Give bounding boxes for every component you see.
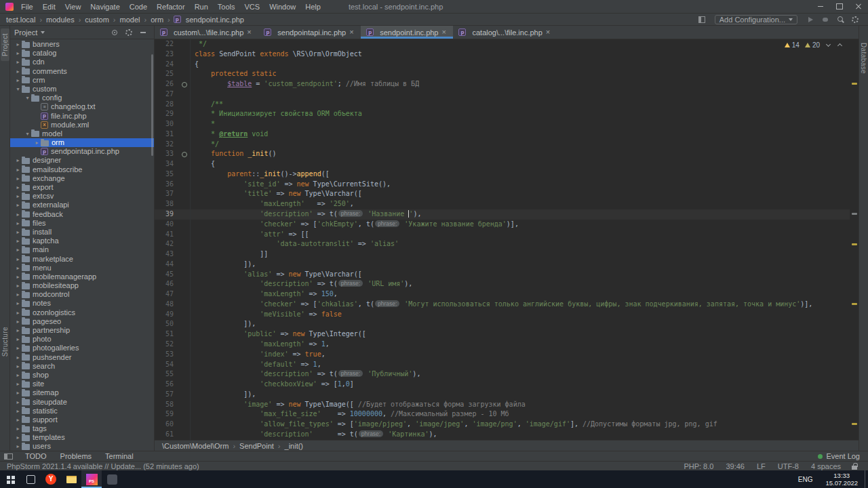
tree-item-emailsubscribe[interactable]: emailsubscribe	[10, 165, 154, 174]
tree-expand-icon[interactable]	[14, 380, 22, 388]
code-line[interactable]: 50 ]),	[155, 319, 850, 329]
code-line[interactable]: 58 'image' => new Type\Image([ //Будет о…	[155, 400, 850, 410]
tree-item-comments[interactable]: comments	[10, 67, 154, 76]
override-marker-icon[interactable]	[179, 79, 190, 89]
tree-expand-icon[interactable]	[14, 281, 22, 290]
hide-panel-icon[interactable]	[139, 28, 147, 37]
tree-item-custom[interactable]: custom	[10, 85, 154, 94]
close-button[interactable]	[849, 0, 868, 13]
status-widget[interactable]: LF	[757, 462, 766, 470]
menu-view[interactable]: View	[60, 0, 86, 14]
warning-stripe-mark[interactable]	[852, 243, 857, 245]
menu-edit[interactable]: Edit	[38, 0, 60, 14]
yandex-browser-icon[interactable]	[41, 470, 61, 488]
breadcrumb-item[interactable]: test.local	[5, 16, 36, 24]
phpstorm-icon[interactable]	[81, 470, 102, 488]
code-line[interactable]: 59 'max_file_size' => 10000000, //Максим…	[155, 409, 850, 420]
project-panel-title[interactable]: Project	[14, 28, 37, 37]
gear-icon[interactable]	[125, 28, 133, 37]
status-widget[interactable]: PHP: 8.0	[684, 462, 713, 470]
tree-collapse-icon[interactable]	[24, 94, 31, 102]
code-line[interactable]: 30 *	[155, 119, 850, 129]
toolwindow-button-todo[interactable]: TODO	[18, 452, 54, 460]
tree-item-feedback[interactable]: feedback	[10, 210, 154, 219]
toolwindow-switcher-icon[interactable]	[4, 453, 13, 460]
tree-item-shop[interactable]: shop	[10, 371, 154, 380]
tree-expand-icon[interactable]	[14, 388, 22, 397]
toolwindow-button-terminal[interactable]: Terminal	[98, 452, 140, 460]
code-line[interactable]: 33 function _init()	[155, 149, 850, 159]
toolwindow-stripe-database[interactable]: Database	[859, 38, 868, 79]
editor-breadcrumb-item[interactable]: SendPoint	[239, 442, 275, 450]
tree-item-module-xml[interactable]: module.xml	[10, 121, 154, 129]
tree-item-main[interactable]: main	[10, 245, 154, 254]
breadcrumb-item[interactable]: model	[119, 16, 140, 24]
tree-item-siteupdate[interactable]: siteupdate	[10, 398, 154, 407]
tree-expand-icon[interactable]	[14, 40, 22, 49]
tree-expand-icon[interactable]	[14, 344, 22, 352]
tree-item-support[interactable]: support	[10, 415, 154, 424]
tree-item-designer[interactable]: designer	[10, 156, 154, 165]
code-line[interactable]: 47 'maxLength' => 150,	[155, 289, 850, 300]
tree-item-cdn[interactable]: cdn	[10, 58, 154, 66]
tree-expand-icon[interactable]	[14, 299, 22, 308]
warning-stripe-mark[interactable]	[852, 423, 857, 425]
tree-item-pageseo[interactable]: pageseo	[10, 317, 154, 326]
code-line[interactable]: 25 protected static	[155, 69, 850, 79]
menu-help[interactable]: Help	[300, 0, 326, 14]
tree-expand-icon[interactable]	[14, 353, 22, 362]
close-icon[interactable]	[247, 29, 253, 35]
code-line[interactable]: 51 'public' => new Type\Integer([	[155, 329, 850, 340]
tree-item-site[interactable]: site	[10, 380, 154, 388]
tree-expand-icon[interactable]	[14, 183, 22, 192]
tree-expand-icon[interactable]	[14, 424, 22, 433]
menu-navigate[interactable]: Navigate	[85, 0, 124, 14]
menu-file[interactable]: File	[16, 0, 38, 14]
tree-item-install[interactable]: install	[10, 228, 154, 237]
inspections-widget[interactable]: 1420	[781, 41, 846, 49]
code-line[interactable]: 46 'description' => t(phrase: 'URL имя')…	[155, 279, 850, 289]
add-configuration-dropdown[interactable]: Add Configuration...	[715, 15, 797, 24]
tree-expand-icon[interactable]	[14, 264, 22, 272]
editor-tab[interactable]: catalog\...\file.inc.php	[453, 26, 557, 39]
tree-item-file-inc-php[interactable]: file.inc.php	[10, 112, 154, 121]
tree-item-catalog[interactable]: catalog	[10, 49, 154, 58]
code-line[interactable]: 55 'description' => t(phrase: 'Публичный…	[155, 369, 850, 380]
tree-expand-icon[interactable]	[14, 433, 22, 442]
code-line[interactable]: 60 'allow_file_types' => ['image/pjpeg',…	[155, 420, 850, 430]
tree-item-sitemap[interactable]: sitemap	[10, 388, 154, 397]
status-widget[interactable]: 39:46	[726, 462, 745, 470]
breadcrumb-item[interactable]: orm	[150, 16, 164, 24]
warning-stripe-mark[interactable]	[852, 303, 857, 305]
menu-tools[interactable]: Tools	[213, 0, 240, 14]
menu-refactor[interactable]: Refactor	[152, 0, 190, 14]
code-line[interactable]: 24{	[155, 60, 850, 70]
code-line[interactable]: 52 'maxLength' => 1,	[155, 340, 850, 350]
file-explorer-icon[interactable]	[61, 470, 81, 488]
tree-expand-icon[interactable]	[14, 192, 22, 201]
tree-collapse-icon[interactable]	[24, 129, 31, 138]
tree-expand-icon[interactable]	[14, 245, 22, 254]
debug-icon[interactable]	[820, 15, 831, 24]
tree-item-statistic[interactable]: statistic	[10, 407, 154, 415]
tree-expand-icon[interactable]	[14, 272, 22, 281]
editor-tab[interactable]: custom\...\file.inc.php	[155, 26, 258, 39]
tree-item-orm[interactable]: orm	[10, 138, 154, 147]
editor-breadcrumb-item[interactable]: _init()	[284, 442, 304, 450]
code-line[interactable]: 41 'attr' => [[	[155, 230, 850, 240]
tree-expand-icon[interactable]	[14, 255, 22, 264]
code-line[interactable]: 28 /**	[155, 100, 850, 110]
tree-item-ozonlogistics[interactable]: ozonlogistics	[10, 308, 154, 317]
chevron-down-icon[interactable]	[41, 31, 45, 34]
editor-tab[interactable]: sendpointapi.inc.php	[258, 26, 361, 39]
tree-item-users[interactable]: users	[10, 442, 154, 451]
task-view-icon[interactable]	[20, 470, 41, 488]
editor-tab[interactable]: sendpoint.inc.php	[361, 26, 453, 39]
code-line[interactable]: 26 $table = 'custom_sendpoint'; //Имя та…	[155, 79, 850, 89]
code-line[interactable]: 61 'description' => t(phrase: 'Картинка'…	[155, 430, 850, 440]
locate-file-icon[interactable]	[111, 28, 119, 37]
settings-icon[interactable]	[850, 15, 861, 24]
tree-item-sendpointapi-inc-php[interactable]: sendpointapi.inc.php	[10, 147, 154, 156]
menu-window[interactable]: Window	[264, 0, 300, 14]
close-icon[interactable]	[349, 29, 355, 35]
